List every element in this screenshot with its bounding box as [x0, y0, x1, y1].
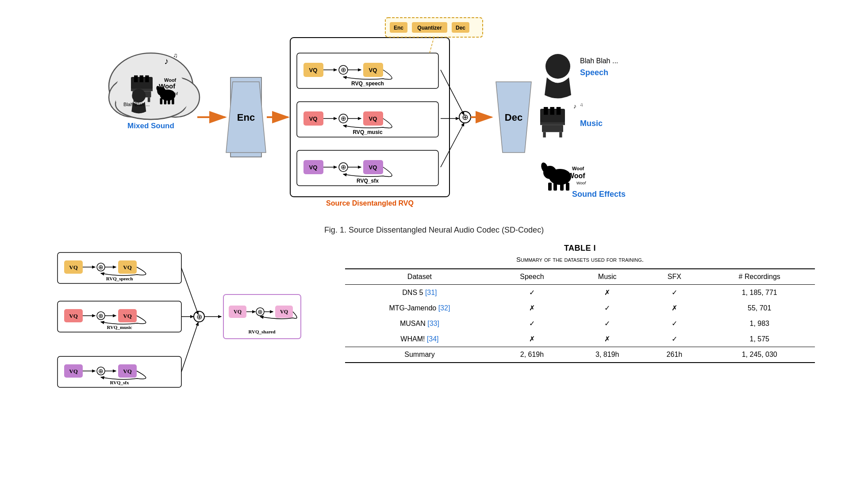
svg-point-27: [132, 89, 146, 103]
music-label: Music: [580, 119, 603, 128]
svg-rect-20: [160, 98, 163, 104]
rvq-detail-svg: VQ ⊕ VQ RVQ_speech VQ ⊕: [53, 244, 310, 403]
svg-text:⊕: ⊕: [341, 115, 346, 122]
svg-text:RVQ_music: RVQ_music: [353, 129, 382, 135]
bottom-section: VQ ⊕ VQ RVQ_speech VQ ⊕: [27, 244, 841, 403]
svg-text:RVQ_speech: RVQ_speech: [351, 80, 384, 87]
cell-sfx: ✗: [645, 300, 704, 316]
svg-text:Woof: Woof: [159, 82, 176, 90]
svg-rect-76: [542, 125, 563, 132]
cell-summary-music: 3, 819h: [570, 347, 645, 363]
col-recordings: # Recordings: [704, 269, 815, 285]
cell-recordings: 1, 185, 771: [704, 285, 815, 301]
data-table: Dataset Speech Music SFX # Recordings DN…: [345, 268, 815, 363]
sdr-label: Source Disentangled RVQ: [326, 199, 414, 207]
svg-rect-22: [168, 98, 170, 104]
svg-rect-11: [140, 76, 143, 82]
svg-text:⊕: ⊕: [257, 309, 263, 315]
sfx-label: Sound Effects: [572, 190, 626, 199]
table-section: TABLE I Summary of the datasets used for…: [345, 244, 815, 363]
top-diagram: ♪ ♫ Woof Woof Woof: [27, 13, 841, 221]
svg-text:RVQ_music: RVQ_music: [107, 325, 132, 330]
svg-line-135: [181, 268, 198, 314]
svg-text:⊕: ⊕: [462, 113, 469, 122]
cell-recordings: 1, 983: [704, 316, 815, 331]
cell-summary-speech: 2, 619h: [494, 347, 570, 363]
svg-text:Woof: Woof: [576, 181, 587, 185]
svg-text:VQ: VQ: [309, 115, 318, 122]
svg-rect-81: [559, 132, 562, 138]
figure-caption: Fig. 1. Source Dissentangled Neural Audi…: [324, 226, 544, 235]
cell-dataset: MUSAN [33]: [345, 316, 494, 331]
col-dataset: Dataset: [345, 269, 494, 285]
svg-text:VQ: VQ: [69, 368, 78, 375]
cell-speech: ✓: [494, 285, 570, 301]
svg-text:VQ: VQ: [369, 115, 377, 122]
dec-label: Dec: [505, 112, 522, 123]
cell-music: ✗: [570, 331, 645, 347]
svg-rect-77: [544, 107, 548, 115]
svg-point-72: [545, 54, 570, 79]
svg-rect-75: [540, 122, 565, 125]
svg-text:⊕: ⊕: [98, 368, 104, 375]
svg-text:Quantizer: Quantizer: [417, 25, 442, 31]
svg-text:VQ: VQ: [280, 309, 288, 315]
svg-text:VQ: VQ: [69, 264, 78, 271]
svg-rect-87: [548, 183, 552, 191]
svg-text:Enc: Enc: [394, 25, 403, 31]
svg-text:VQ: VQ: [69, 313, 78, 319]
svg-text:VQ: VQ: [309, 67, 318, 73]
enc-label: Enc: [237, 112, 255, 123]
output-sfx: Woof Woof Woof Sound Effects: [540, 161, 626, 199]
cell-dataset: DNS 5 [31]: [345, 285, 494, 301]
svg-text:Woof: Woof: [169, 92, 178, 96]
main-container: ♪ ♫ Woof Woof Woof: [0, 0, 868, 497]
svg-text:Woof: Woof: [568, 172, 585, 180]
svg-text:♪: ♪: [164, 56, 169, 66]
output-music: ♪ ♫ Music: [540, 102, 603, 138]
table-row: MUSAN [33] ✓ ✓ ✓ 1, 983: [345, 316, 815, 331]
svg-text:⊕: ⊕: [196, 313, 202, 321]
svg-text:Woof: Woof: [572, 166, 584, 171]
svg-rect-78: [550, 107, 554, 115]
svg-text:VQ: VQ: [309, 164, 318, 171]
svg-rect-80: [543, 132, 545, 138]
cell-sfx: ✓: [645, 285, 704, 301]
speech-label: Speech: [580, 68, 608, 77]
diagram-svg: ♪ ♫ Woof Woof Woof: [102, 15, 766, 219]
svg-text:⊕: ⊕: [98, 313, 104, 319]
svg-text:Blah Blah ...: Blah Blah ...: [580, 57, 618, 65]
cell-sfx: ✓: [645, 331, 704, 347]
col-speech: Speech: [494, 269, 570, 285]
output-speech: Blah Blah ... Speech: [545, 54, 618, 99]
svg-text:♫: ♫: [173, 52, 178, 59]
table-title: TABLE I: [345, 244, 815, 253]
mixed-sound-label: Mixed Sound: [127, 122, 174, 130]
col-sfx: SFX: [645, 269, 704, 285]
cell-summary-dataset: Summary: [345, 347, 494, 363]
cell-dataset: WHAM! [34]: [345, 331, 494, 347]
svg-rect-21: [164, 98, 167, 104]
svg-text:RVQ_shared: RVQ_shared: [248, 329, 275, 334]
cell-summary-sfx: 261h: [645, 347, 704, 363]
svg-text:⊕: ⊕: [341, 66, 346, 73]
svg-text:⊕: ⊕: [341, 163, 346, 171]
svg-rect-89: [560, 183, 564, 191]
svg-text:VQ: VQ: [369, 67, 377, 73]
svg-text:♪: ♪: [573, 103, 576, 110]
cell-recordings: 55, 701: [704, 300, 815, 316]
svg-rect-88: [553, 183, 557, 191]
svg-text:VQ: VQ: [369, 164, 377, 171]
cell-dataset: MTG-Jamendo [32]: [345, 300, 494, 316]
table-row: MTG-Jamendo [32] ✗ ✓ ✗ 55, 701: [345, 300, 815, 316]
cell-music: ✓: [570, 316, 645, 331]
cell-recordings: 1, 575: [704, 331, 815, 347]
svg-text:VQ: VQ: [123, 368, 132, 375]
svg-rect-12: [145, 76, 149, 82]
summary-row: Summary 2, 619h 3, 819h 261h 1, 245, 030: [345, 347, 815, 363]
svg-text:RVQ_sfx: RVQ_sfx: [110, 380, 129, 385]
svg-text:Dec: Dec: [456, 25, 465, 31]
rvq-detail-diagram: VQ ⊕ VQ RVQ_speech VQ ⊕: [53, 244, 310, 403]
cell-sfx: ✓: [645, 316, 704, 331]
rvq-sfx-group: VQ ⊕ VQ RVQ_sfx: [297, 150, 438, 186]
